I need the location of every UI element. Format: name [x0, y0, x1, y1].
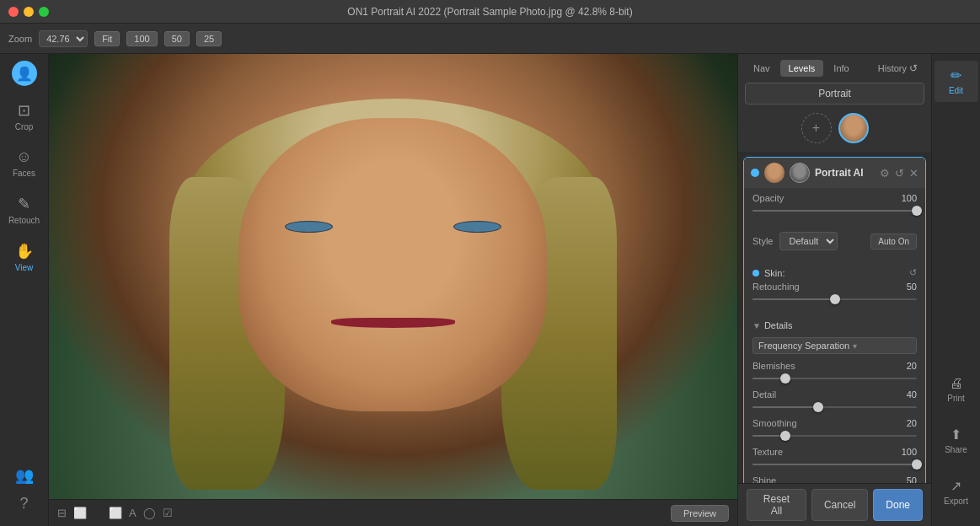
sidebar-tool-view[interactable]: ✋ View — [3, 235, 46, 279]
portrait-ai-card: Portrait AI ⚙ ↺ ✕ Opacity 100 — [743, 157, 926, 483]
tab-levels[interactable]: Levels — [780, 60, 824, 77]
canvas-image[interactable] — [49, 54, 737, 499]
skin-label: Skin: — [764, 268, 904, 278]
far-right-tool-share[interactable]: ⬆ Share — [934, 420, 978, 461]
crop-label: Crop — [15, 122, 34, 132]
zoom-100-button[interactable]: 100 — [126, 31, 157, 46]
portrait-ai-panel: Portrait AI ⚙ ↺ ✕ Opacity 100 — [738, 152, 931, 483]
split-view-icon[interactable]: ⊟ — [57, 507, 67, 519]
minimize-button[interactable] — [24, 7, 34, 17]
panel-card-header: Portrait AI ⚙ ↺ ✕ — [744, 158, 925, 188]
edit-label: Edit — [949, 86, 963, 95]
share-label: Share — [945, 445, 967, 454]
add-face-button[interactable]: + — [801, 113, 832, 143]
crop-icon: ⊡ — [18, 101, 30, 120]
style-section: Style Default Auto On — [744, 227, 925, 262]
tab-history[interactable]: History ↺ — [871, 59, 924, 78]
texture-label: Texture — [752, 447, 783, 457]
frequency-separation-dropdown[interactable]: Frequency Separation ▾ — [752, 337, 917, 354]
print-label: Print — [947, 394, 965, 403]
view-icon: ✋ — [15, 242, 34, 260]
history-icon: ↺ — [909, 62, 918, 74]
export-label: Export — [944, 496, 968, 506]
smoothing-value: 20 — [907, 418, 917, 428]
details-chevron-icon: ▼ — [752, 321, 761, 330]
face-thumbnail[interactable] — [838, 113, 869, 143]
card-face-thumbnail — [764, 163, 785, 183]
opacity-label: Opacity — [752, 193, 784, 203]
style-select[interactable]: Default — [779, 232, 838, 250]
zoom-label: Zoom — [8, 34, 32, 44]
canvas-bottom-bar: ⊟ ⬜ ⬜ A ◯ ☑ Preview — [49, 499, 737, 526]
portrait-button[interactable]: Portrait — [745, 83, 924, 105]
card-bw-thumbnail — [790, 163, 810, 183]
user-avatar: 👤 — [12, 61, 37, 86]
preview-button[interactable]: Preview — [671, 505, 729, 522]
circle-icon[interactable]: ◯ — [143, 507, 156, 519]
main-layout: 👤 ⊡ Crop ☺ Faces ✎ Retouch ✋ View 👥 ? — [0, 54, 980, 526]
history-label: History — [878, 63, 907, 73]
skin-reset-icon[interactable]: ↺ — [909, 267, 917, 278]
detail-value: 40 — [907, 389, 917, 400]
done-button[interactable]: Done — [873, 489, 923, 521]
far-right-tool-edit[interactable]: ✏ Edit — [934, 61, 978, 102]
detail-label: Detail — [752, 389, 776, 400]
right-panel-top: Nav Levels Info History ↺ Portrait + — [738, 54, 931, 152]
texture-slider[interactable] — [752, 459, 917, 470]
close-button[interactable] — [8, 7, 19, 17]
single-view-icon[interactable]: ⬜ — [73, 507, 87, 519]
retouch-label: Retouch — [8, 216, 40, 225]
help-icon[interactable]: ? — [19, 495, 28, 513]
sidebar-tool-crop[interactable]: ⊡ Crop — [3, 94, 46, 138]
face-thumbnails: + — [745, 110, 924, 147]
view-label: View — [15, 263, 34, 272]
blemishes-slider[interactable] — [752, 373, 917, 384]
settings-icon[interactable]: ⚙ — [880, 167, 890, 180]
retouch-icon: ✎ — [18, 195, 30, 213]
far-right-tool-export[interactable]: ↗ Export — [934, 471, 978, 513]
cancel-button[interactable]: Cancel — [811, 489, 868, 521]
face-overlay — [201, 99, 586, 491]
frequency-separation-label: Frequency Separation — [758, 341, 849, 351]
style-label: Style — [752, 236, 773, 246]
check-icon[interactable]: ☑ — [163, 507, 173, 519]
opacity-slider[interactable] — [752, 205, 917, 217]
smoothing-slider[interactable] — [752, 430, 917, 442]
zoom-25-button[interactable]: 25 — [196, 31, 222, 46]
text-icon[interactable]: A — [129, 507, 137, 519]
details-header[interactable]: ▼ Details — [752, 320, 917, 330]
faces-icon: ☺ — [16, 148, 31, 166]
fit-button[interactable]: Fit — [94, 31, 120, 46]
reset-icon[interactable]: ↺ — [895, 167, 904, 180]
zoom-50-button[interactable]: 50 — [164, 31, 190, 46]
left-sidebar: 👤 ⊡ Crop ☺ Faces ✎ Retouch ✋ View 👥 ? — [0, 54, 49, 526]
sidebar-bottom: 👥 ? — [15, 466, 34, 519]
reset-all-button[interactable]: Reset All — [747, 489, 806, 521]
zoom-select[interactable]: 42.76 — [39, 30, 88, 47]
eye-left — [285, 221, 332, 233]
details-title: Details — [764, 320, 793, 330]
edit-icon: ✏ — [951, 67, 961, 83]
retouching-slider[interactable] — [752, 293, 917, 305]
skin-dot[interactable] — [752, 270, 759, 276]
sidebar-tool-faces[interactable]: ☺ Faces — [3, 142, 46, 185]
right-panel: Nav Levels Info History ↺ Portrait + — [737, 54, 931, 526]
close-icon[interactable]: ✕ — [909, 167, 918, 180]
far-right-bottom: 🖨 Print ⬆ Share ↗ Export — [934, 369, 978, 519]
sidebar-tool-retouch[interactable]: ✎ Retouch — [3, 188, 46, 232]
maximize-button[interactable] — [39, 7, 49, 17]
auto-button[interactable]: Auto On — [870, 233, 917, 250]
faces-label: Faces — [13, 169, 35, 178]
tab-nav[interactable]: Nav — [745, 60, 779, 77]
shine-value: 50 — [907, 475, 917, 483]
people-icon[interactable]: 👥 — [15, 466, 34, 485]
frequency-separation-arrow-icon: ▾ — [853, 341, 857, 351]
opacity-value: 100 — [902, 193, 917, 203]
enable-dot[interactable] — [751, 169, 759, 177]
detail-slider[interactable] — [752, 401, 917, 413]
smoothing-label: Smoothing — [752, 418, 797, 428]
compare-icon[interactable]: ⬜ — [109, 507, 122, 519]
far-right-tool-print[interactable]: 🖨 Print — [934, 369, 978, 410]
far-right-bar: ✏ Edit 🖨 Print ⬆ Share ↗ Export — [931, 54, 980, 526]
tab-info[interactable]: Info — [825, 60, 857, 77]
